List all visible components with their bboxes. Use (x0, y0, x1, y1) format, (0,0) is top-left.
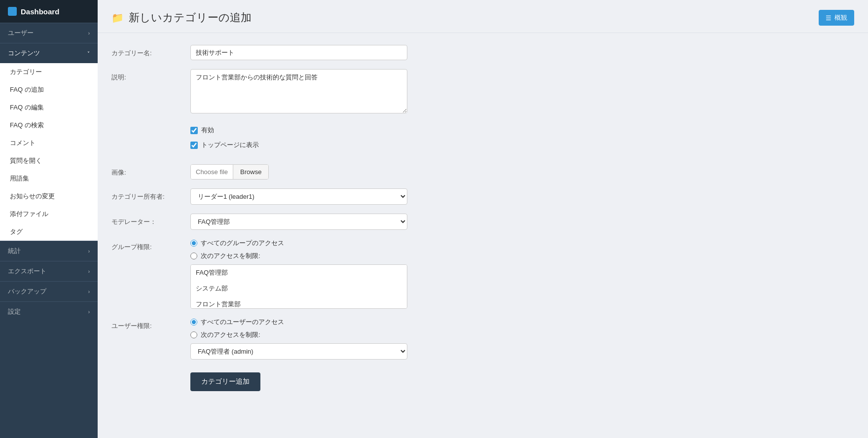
chevron-right-icon-settings: › (88, 309, 90, 315)
user-access-row: ユーザー権限: すべてのユーザーのアクセス 次のアクセスを制限: FAQ管理者 … (111, 318, 854, 360)
sidebar-item-faq-add[interactable]: FAQ の追加 (0, 81, 98, 99)
image-row: 画像: Choose file Browse (111, 164, 854, 180)
group-access-row: グループ権限: すべてのグループのアクセス 次のアクセスを制限: FAQ管理部 … (111, 239, 854, 309)
group-access-all-row: すべてのグループのアクセス (190, 239, 407, 248)
sidebar-item-users[interactable]: ユーザー › (0, 23, 98, 43)
category-name-control (190, 45, 407, 60)
user-access-all-row: すべてのユーザーのアクセス (190, 318, 407, 327)
show-top-checkbox[interactable] (190, 142, 198, 149)
category-name-row: カテゴリー名: (111, 45, 854, 60)
user-access-all-label[interactable]: すべてのユーザーのアクセス (201, 318, 284, 327)
sidebar-submenu-contents: カテゴリー FAQ の追加 FAQ の編集 FAQ の検索 コメント 質問を開く… (0, 63, 98, 241)
moderator-select[interactable]: FAQ管理部 システム部 (190, 214, 407, 230)
group-access-label: グループ権限: (111, 239, 190, 252)
sidebar: Dashboard ユーザー › コンテンツ ˅ カテゴリー FAQ の追加 F… (0, 0, 98, 438)
form-area: カテゴリー名: 説明: フロント営業部からの技術的な質問と回答 有効 (98, 33, 868, 412)
submit-row: カテゴリー追加 (111, 368, 854, 391)
group-access-all-label[interactable]: すべてのグループのアクセス (201, 239, 284, 248)
user-access-all-radio[interactable] (190, 319, 197, 326)
sidebar-section-settings: 設定 › (0, 301, 98, 322)
group-access-all-radio[interactable] (190, 240, 197, 247)
chevron-right-icon-stats: › (88, 249, 90, 254)
owner-row: カテゴリー所有者: リーダー1 (leader1) リーダー2 (leader2… (111, 188, 854, 205)
show-top-label[interactable]: トップページに表示 (201, 141, 259, 149)
sidebar-item-open-question[interactable]: 質問を開く (0, 152, 98, 170)
sidebar-stats-label: 統計 (8, 247, 21, 256)
user-access-label: ユーザー権限: (111, 318, 190, 330)
overview-label: 概観 (834, 13, 847, 22)
group-listbox[interactable]: FAQ管理部 システム部 フロント営業部 (190, 264, 407, 309)
description-textarea[interactable]: フロント営業部からの技術的な質問と回答 (190, 69, 407, 113)
owner-label: カテゴリー所有者: (111, 188, 190, 201)
chevron-down-icon: ˅ (87, 51, 90, 56)
moderator-row: モデレーター： FAQ管理部 システム部 (111, 214, 854, 230)
sidebar-users-label: ユーザー (8, 29, 34, 37)
sidebar-section-export: エクスポート › (0, 261, 98, 281)
owner-select[interactable]: リーダー1 (leader1) リーダー2 (leader2) (190, 188, 407, 205)
category-name-input[interactable] (190, 45, 407, 60)
image-label: 画像: (111, 164, 190, 177)
moderator-label: モデレーター： (111, 214, 190, 226)
checkboxes-row: 有効 トップページに表示 (111, 124, 854, 155)
chevron-right-icon-export: › (88, 269, 90, 274)
overview-icon: ☰ (826, 14, 832, 22)
sidebar-item-backup[interactable]: バックアップ › (0, 282, 98, 301)
sidebar-item-tag[interactable]: タグ (0, 223, 98, 241)
chevron-right-icon-backup: › (88, 289, 90, 294)
file-placeholder-text: Choose file (191, 165, 233, 179)
overview-button[interactable]: ☰ 概観 (819, 10, 854, 26)
submit-label-empty (111, 368, 190, 372)
file-input-wrap: Choose file Browse (190, 164, 269, 180)
sidebar-item-glossary[interactable]: 用語集 (0, 170, 98, 187)
sidebar-item-attachment[interactable]: 添付ファイル (0, 205, 98, 223)
page-title-text: 新しいカテゴリーの追加 (129, 10, 252, 25)
owner-control: リーダー1 (leader1) リーダー2 (leader2) (190, 188, 407, 205)
category-name-label: カテゴリー名: (111, 45, 190, 58)
page-header: 📁 新しいカテゴリーの追加 ☰ 概観 (98, 0, 868, 33)
submit-button[interactable]: カテゴリー追加 (190, 372, 260, 391)
sidebar-section-users: ユーザー › (0, 23, 98, 43)
moderator-control: FAQ管理部 システム部 (190, 214, 407, 230)
show-top-row: トップページに表示 (190, 141, 259, 149)
description-control: フロント営業部からの技術的な質問と回答 (190, 69, 407, 115)
user-select[interactable]: FAQ管理者 (admin) リーダー1 (leader1) (190, 343, 407, 360)
sidebar-item-comment[interactable]: コメント (0, 134, 98, 152)
sidebar-item-notice-edit[interactable]: お知らせの変更 (0, 187, 98, 205)
sidebar-item-faq-edit[interactable]: FAQ の編集 (0, 99, 98, 116)
sidebar-section-contents: コンテンツ ˅ カテゴリー FAQ の追加 FAQ の編集 FAQ の検索 コメ… (0, 43, 98, 241)
sidebar-item-category[interactable]: カテゴリー (0, 63, 98, 81)
sidebar-section-backup: バックアップ › (0, 281, 98, 301)
user-access-control: すべてのユーザーのアクセス 次のアクセスを制限: FAQ管理者 (admin) … (190, 318, 407, 360)
description-row: 説明: フロント営業部からの技術的な質問と回答 (111, 69, 854, 115)
sidebar-backup-label: バックアップ (8, 287, 46, 296)
group-list-item-system[interactable]: システム部 (191, 281, 407, 296)
group-access-restrict-radio[interactable] (190, 253, 197, 259)
sidebar-title: Dashboard (21, 7, 59, 16)
folder-icon: 📁 (111, 12, 124, 24)
browse-button[interactable]: Browse (233, 165, 268, 179)
sidebar-item-stats[interactable]: 統計 › (0, 241, 98, 261)
main-content: 📁 新しいカテゴリーの追加 ☰ 概観 カテゴリー名: 説明: フロント営業部から… (98, 0, 868, 438)
description-label: 説明: (111, 69, 190, 82)
enabled-row: 有効 (190, 126, 259, 135)
group-access-restrict-label[interactable]: 次のアクセスを制限: (201, 252, 260, 260)
sidebar-contents-label: コンテンツ (8, 49, 40, 58)
user-access-restrict-label[interactable]: 次のアクセスを制限: (201, 330, 260, 339)
sidebar-header: Dashboard (0, 0, 98, 23)
user-access-restrict-radio[interactable] (190, 331, 197, 338)
sidebar-item-faq-search[interactable]: FAQ の検索 (0, 116, 98, 134)
sidebar-settings-label: 設定 (8, 307, 21, 316)
group-list-item-front[interactable]: フロント営業部 (191, 296, 407, 309)
sidebar-item-settings[interactable]: 設定 › (0, 302, 98, 322)
page-title: 📁 新しいカテゴリーの追加 (111, 10, 252, 25)
sidebar-export-label: エクスポート (8, 267, 46, 276)
dashboard-icon (8, 7, 17, 16)
sidebar-item-export[interactable]: エクスポート › (0, 261, 98, 281)
group-access-control: すべてのグループのアクセス 次のアクセスを制限: FAQ管理部 システム部 フロ… (190, 239, 407, 309)
enabled-label[interactable]: 有効 (201, 126, 214, 135)
sidebar-item-contents[interactable]: コンテンツ ˅ (0, 43, 98, 63)
enabled-checkbox[interactable] (190, 127, 198, 134)
sidebar-section-stats: 統計 › (0, 241, 98, 261)
group-list-item-faq[interactable]: FAQ管理部 (191, 265, 407, 281)
checkboxes-label-empty (111, 124, 190, 128)
